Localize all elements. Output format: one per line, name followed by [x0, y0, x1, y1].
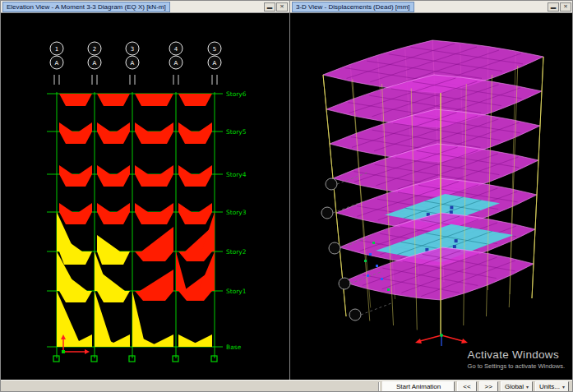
coord-system-value: Global — [505, 383, 524, 390]
svg-text:A: A — [131, 60, 135, 67]
view3d-svg — [290, 13, 573, 380]
view3d-canvas[interactable]: Activate Windows Go to Settings to activ… — [290, 13, 573, 380]
svg-text:4: 4 — [174, 46, 178, 53]
close-icon[interactable]: ✕ — [560, 2, 571, 12]
elevation-title: Elevation View - A Moment 3-3 Diagram (E… — [2, 2, 170, 12]
minimize-icon[interactable]: ▬ — [264, 2, 275, 12]
view3d-titlebar[interactable]: 3-D View - Displacements (Dead) [mm] ▬ ✕ — [290, 1, 573, 13]
view3d-window: 3-D View - Displacements (Dead) [mm] ▬ ✕… — [290, 1, 573, 380]
elevation-canvas[interactable]: 12345AAAAAStory6Story5Story4Story3Story2… — [1, 13, 289, 380]
status-bar: Start Animation << >> Global ▾ Units... … — [1, 380, 572, 392]
units-value: Units... — [539, 383, 560, 390]
elevation-window-buttons: ▬ ✕ — [263, 2, 288, 12]
svg-text:3: 3 — [131, 46, 134, 53]
chevron-down-icon: ▾ — [526, 384, 529, 390]
svg-text:5: 5 — [213, 46, 216, 53]
svg-text:Story4: Story4 — [226, 171, 247, 178]
grid-bubbles: 12345AAAAA — [50, 42, 221, 69]
view3d-title: 3-D View - Displacements (Dead) [mm] — [292, 2, 414, 12]
view-axes — [415, 334, 468, 346]
floor-slabs — [323, 40, 543, 300]
elevation-svg: 12345AAAAAStory6Story5Story4Story3Story2… — [1, 13, 289, 380]
minimize-icon[interactable]: ▬ — [548, 2, 559, 12]
etabs-app-window: Elevation View - A Moment 3-3 Diagram (E… — [0, 0, 573, 392]
svg-text:1: 1 — [55, 46, 58, 53]
svg-text:Base: Base — [226, 344, 242, 351]
close-icon[interactable]: ✕ — [276, 2, 288, 12]
coord-system-dropdown[interactable]: Global ▾ — [501, 381, 533, 392]
view-panels: Elevation View - A Moment 3-3 Diagram (E… — [1, 1, 572, 380]
step-forward-button[interactable]: >> — [479, 381, 498, 392]
svg-text:2: 2 — [93, 46, 96, 53]
support-symbols — [53, 356, 217, 362]
svg-text:Story5: Story5 — [226, 128, 247, 136]
statusbar-separator — [378, 382, 380, 392]
view3d-window-buttons: ▬ ✕ — [547, 2, 571, 12]
moment-diagram — [57, 94, 215, 347]
elevation-titlebar[interactable]: Elevation View - A Moment 3-3 Diagram (E… — [1, 1, 289, 13]
svg-text:Story3: Story3 — [226, 209, 247, 216]
svg-text:A: A — [174, 60, 178, 67]
start-animation-button[interactable]: Start Animation — [382, 381, 455, 392]
svg-text:A: A — [55, 60, 59, 67]
svg-text:A: A — [213, 60, 217, 67]
step-back-button[interactable]: << — [457, 381, 476, 392]
story-labels: Story6Story5Story4Story3Story2Story1Base — [226, 90, 247, 351]
units-dropdown[interactable]: Units... ▾ — [535, 381, 569, 392]
svg-text:Story2: Story2 — [226, 248, 247, 256]
svg-text:Story1: Story1 — [226, 288, 247, 295]
svg-text:A: A — [93, 60, 97, 67]
svg-text:Story6: Story6 — [226, 90, 247, 98]
chevron-down-icon: ▾ — [562, 384, 565, 390]
elevation-view-window: Elevation View - A Moment 3-3 Diagram (E… — [1, 1, 290, 380]
